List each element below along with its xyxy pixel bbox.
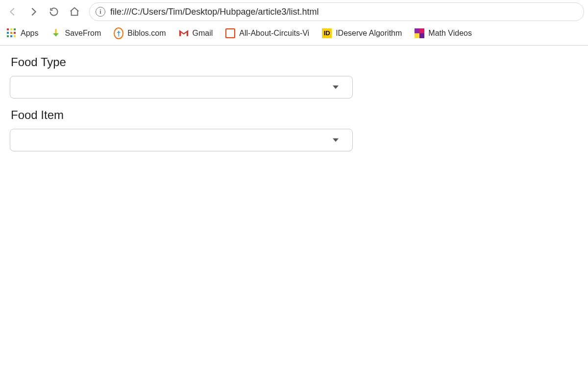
bookmark-label: Apps	[21, 29, 38, 38]
cross-circle-icon: †	[114, 28, 123, 38]
food-item-select[interactable]	[10, 129, 353, 151]
page-content: Food Type Food Item	[0, 46, 588, 168]
bookmark-mathvideos[interactable]: Math Videos	[412, 26, 475, 40]
bookmark-label: Math Videos	[428, 29, 472, 38]
reload-button[interactable]	[45, 3, 63, 21]
bookmark-biblos[interactable]: † Biblos.com	[111, 26, 169, 40]
grid-squares-icon	[415, 28, 424, 38]
address-bar[interactable]: i file:///C:/Users/Tim/Desktop/Hubpage/a…	[89, 2, 584, 21]
bookmark-label: SaveFrom	[65, 29, 101, 38]
browser-chrome: i file:///C:/Users/Tim/Desktop/Hubpage/a…	[0, 0, 588, 46]
bookmarks-bar: Apps SaveFrom † Biblos.com Gmail All-Abo…	[0, 24, 588, 45]
id-badge-icon: ID	[322, 28, 332, 38]
bookmark-label: Biblos.com	[127, 29, 166, 38]
square-outline-icon	[225, 28, 235, 38]
home-button[interactable]	[66, 3, 83, 21]
back-button[interactable]	[4, 3, 22, 21]
bookmark-gmail[interactable]: Gmail	[176, 26, 216, 40]
bookmark-ideserve[interactable]: ID IDeserve Algorithm	[319, 26, 405, 40]
bookmark-savefrom[interactable]: SaveFrom	[48, 26, 104, 40]
gmail-icon	[179, 28, 189, 38]
site-info-icon[interactable]: i	[96, 7, 105, 17]
bookmark-label: Gmail	[193, 29, 213, 38]
food-type-label: Food Type	[11, 55, 577, 69]
nav-toolbar: i file:///C:/Users/Tim/Desktop/Hubpage/a…	[0, 0, 588, 24]
bookmark-apps[interactable]: Apps	[4, 26, 41, 40]
bookmark-label: All-About-Circuits-Vi	[239, 29, 309, 38]
food-item-label: Food Item	[11, 108, 577, 122]
bookmark-allaboutcircuits[interactable]: All-About-Circuits-Vi	[222, 26, 312, 40]
food-type-select[interactable]	[10, 76, 353, 98]
forward-button[interactable]	[24, 3, 42, 21]
address-text: file:///C:/Users/Tim/Desktop/Hubpage/art…	[110, 7, 318, 17]
download-arrow-icon	[51, 28, 61, 38]
apps-icon	[7, 28, 17, 38]
bookmark-label: IDeserve Algorithm	[336, 29, 402, 38]
